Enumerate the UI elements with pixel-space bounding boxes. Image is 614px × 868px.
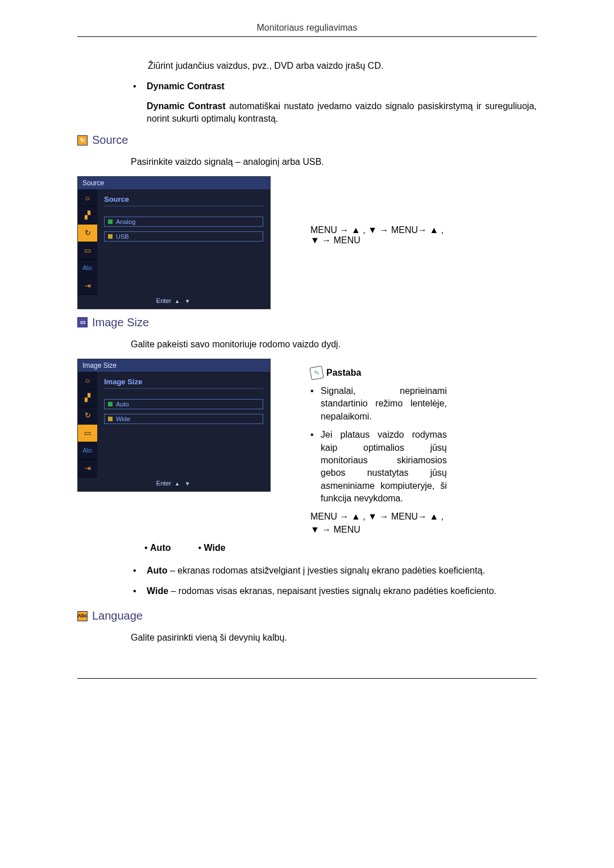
osd-image-size: Image Size ☼ ▞ ↻ ▭ Abc ⇥ Image Size Auto… bbox=[77, 359, 271, 492]
osd-imagesize-opt-auto: Auto bbox=[104, 399, 263, 409]
osd-source-opt-analog: Analog bbox=[104, 217, 263, 227]
osd-source-title: Source bbox=[78, 177, 270, 189]
exit-icon: ⇥ bbox=[78, 277, 97, 295]
triangle-up-icon: ▲ bbox=[175, 298, 180, 304]
loop-icon: ↻ bbox=[78, 407, 97, 425]
imagesize-icon: ▭ bbox=[77, 317, 88, 327]
language-desc: Galite pasirinkti vieną ši devynių kalbų… bbox=[77, 632, 537, 644]
dynamic-contrast-item: Dynamic Contrast Dynamic Contrast automa… bbox=[131, 80, 537, 125]
opt-wide: Wide bbox=[204, 543, 226, 553]
osd-imagesize-opt-wide: Wide bbox=[104, 414, 263, 424]
osd-source-footer: Enter ▲ ▼ bbox=[78, 295, 270, 309]
loop-icon: ↻ bbox=[78, 225, 97, 242]
osd-source-opt-usb: USB bbox=[104, 231, 263, 242]
osd-source: Source ☼ ▞ ↻ ▭ Abc ⇥ Source Analog USB bbox=[77, 176, 271, 309]
osd-imagesize-footer: Enter ▲ ▼ bbox=[78, 477, 270, 491]
sun-icon: ☼ bbox=[78, 372, 97, 389]
movie-desc: Žiūrint judančius vaizdus, pvz., DVD arb… bbox=[77, 60, 537, 72]
dc-title: Dynamic Contrast bbox=[147, 81, 225, 91]
imagesize-seq-2: ▼ → MENU bbox=[310, 524, 447, 536]
source-icon: ↻ bbox=[77, 135, 88, 146]
osd-imagesize-title: Image Size bbox=[78, 359, 270, 372]
wide-desc: Wide – rodomas visas ekranas, nepaisant … bbox=[131, 585, 537, 597]
image-size-options-line: Auto Wide bbox=[77, 543, 537, 553]
section-language: Abc Language bbox=[77, 609, 537, 622]
section-language-label: Language bbox=[92, 609, 143, 622]
header-rule bbox=[77, 36, 537, 37]
wide-desc-text: – rodomas visas ekranas, nepaisant įvest… bbox=[168, 586, 496, 596]
note-title-text: Pastaba bbox=[326, 367, 361, 379]
source-desc: Pasirinkite vaizdo signalą – analoginį a… bbox=[77, 156, 537, 168]
image-size-desc: Galite pakeisti savo monitoriuje rodomo … bbox=[77, 338, 537, 351]
imagesize-seq-1: MENU → ▲ , ▼ → MENU→ ▲ , bbox=[310, 510, 447, 523]
source-menu-seq: MENU → ▲ , ▼ → MENU→ ▲ , ▼ → MENU bbox=[310, 225, 443, 246]
source-seq-2: ▼ → MENU bbox=[310, 235, 443, 246]
osd-source-pane-title: Source bbox=[104, 195, 263, 206]
footer-rule bbox=[77, 678, 537, 679]
triangle-up-icon: ▲ bbox=[175, 481, 180, 487]
size-icon: ▭ bbox=[78, 242, 97, 260]
language-icon: Abc bbox=[77, 611, 88, 621]
abc-icon: Abc bbox=[78, 442, 97, 460]
exit-icon: ⇥ bbox=[78, 460, 97, 477]
note-icon: ✎ bbox=[309, 366, 323, 380]
osd-enter-label: Enter bbox=[156, 480, 171, 487]
triangle-down-icon: ▼ bbox=[185, 298, 190, 304]
size-icon: ▭ bbox=[78, 425, 97, 442]
page-header-title: Monitoriaus reguliavimas bbox=[77, 23, 537, 33]
note-item-2: Jei plataus vaizdo rodymas kaip optimali… bbox=[310, 429, 447, 505]
color-icon: ▞ bbox=[78, 207, 97, 225]
wide-desc-bold: Wide bbox=[147, 586, 168, 596]
color-icon: ▞ bbox=[78, 389, 97, 407]
osd-sidebar: ☼ ▞ ↻ ▭ Abc ⇥ bbox=[78, 372, 97, 477]
osd-sidebar: ☼ ▞ ↻ ▭ Abc ⇥ bbox=[78, 189, 97, 295]
auto-desc: Auto – ekranas rodomas atsižvelgiant į į… bbox=[131, 564, 537, 577]
section-image-size-label: Image Size bbox=[92, 316, 149, 329]
dc-bold-lead: Dynamic Contrast bbox=[147, 101, 226, 111]
sun-icon: ☼ bbox=[78, 189, 97, 207]
section-source: ↻ Source bbox=[77, 134, 537, 147]
triangle-down-icon: ▼ bbox=[185, 481, 190, 487]
section-source-label: Source bbox=[92, 134, 128, 147]
source-seq-1: MENU → ▲ , ▼ → MENU→ ▲ , bbox=[310, 225, 443, 235]
osd-enter-label: Enter bbox=[156, 297, 171, 304]
abc-icon: Abc bbox=[78, 260, 97, 277]
opt-auto: Auto bbox=[150, 543, 171, 553]
osd-imagesize-pane-title: Image Size bbox=[104, 377, 263, 389]
image-size-note: ✎ Pastaba Signalai, neprieinami standart… bbox=[310, 359, 447, 537]
auto-desc-bold: Auto bbox=[147, 566, 167, 575]
auto-desc-text: – ekranas rodomas atsižvelgiant į įvesti… bbox=[167, 566, 485, 575]
section-image-size: ▭ Image Size bbox=[77, 316, 537, 329]
note-item-1: Signalai, neprieinami standartinio režim… bbox=[310, 385, 447, 423]
